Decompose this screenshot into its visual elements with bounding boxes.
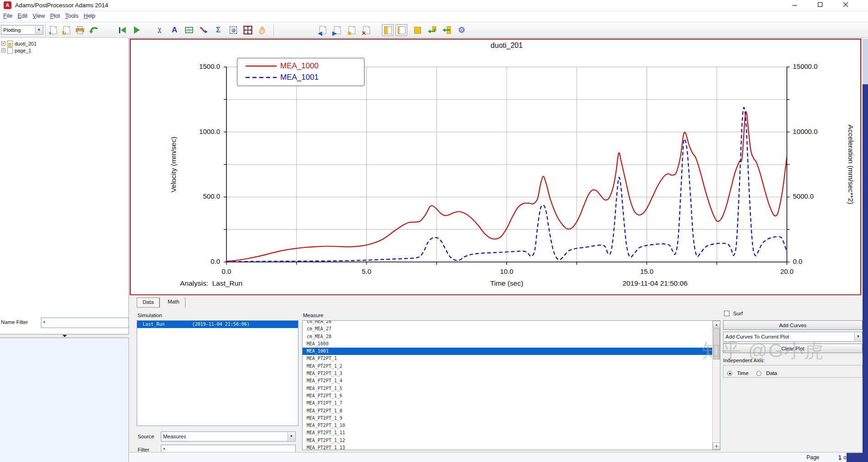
measure-scrollbar[interactable]: ▲ ▼ xyxy=(712,321,720,450)
legend-line-solid xyxy=(246,65,277,67)
measure-list-item[interactable]: MEA_PT2PT_1_2 xyxy=(303,363,713,370)
status-bar: Page 1 of 1 xyxy=(129,452,868,462)
maximize-button[interactable] xyxy=(816,2,824,9)
chevron-down-icon[interactable]: ▼ xyxy=(35,26,42,34)
print-icon xyxy=(76,26,84,34)
tree-item-label: duoti_201 xyxy=(15,41,36,46)
delete-page-button[interactable]: ✕ xyxy=(360,24,372,36)
tree-item-page-1[interactable]: + page_1 xyxy=(1,47,31,54)
tree-item-duoti-201[interactable]: + duoti_201 xyxy=(1,40,36,47)
x-tick-label: 10.0 xyxy=(500,267,513,275)
menu-view[interactable]: View xyxy=(33,13,45,19)
layout-full-button[interactable] xyxy=(395,24,407,36)
right-edge-scrollbar[interactable] xyxy=(863,84,868,462)
time-radio[interactable]: Time xyxy=(727,369,749,377)
plot-mode-select[interactable]: Add Curves To Current Plot ▼ xyxy=(723,332,863,342)
surf-checkbox[interactable] xyxy=(724,311,729,316)
mode-select[interactable]: Plotting ▼ xyxy=(1,25,43,35)
layout-left-button[interactable] xyxy=(382,24,394,36)
tab-math[interactable]: Math xyxy=(162,298,185,308)
measure-list-item[interactable]: MEA_1001 xyxy=(303,348,713,355)
independent-axis-label: Independent Axis: xyxy=(723,358,765,363)
add-curves-button[interactable]: Add Curves xyxy=(723,320,863,330)
scroll-down-icon[interactable]: ▼ xyxy=(713,442,720,450)
layout-single-button[interactable] xyxy=(411,24,423,36)
clear-plot-button[interactable]: Clear Plot xyxy=(723,344,863,353)
title-bar: A Adams/PostProcessor Adams 2014 xyxy=(0,0,868,11)
reload-button[interactable]: ↻ xyxy=(61,24,72,36)
axis-limits-button[interactable] xyxy=(183,24,195,36)
expand-icon[interactable]: + xyxy=(1,48,5,52)
menu-plot[interactable]: Plot xyxy=(50,13,60,19)
zoom-area-button[interactable] xyxy=(227,24,239,36)
text-annotation-button[interactable]: A xyxy=(169,24,180,36)
scroll-up-icon[interactable]: ▲ xyxy=(713,321,720,328)
measure-list-item[interactable]: MEA_PT2PT_1_5 xyxy=(303,385,713,392)
measure-list-item[interactable]: MEA_PT2PT_1_11 xyxy=(303,429,713,436)
radio-icon xyxy=(756,371,761,376)
scrollbar-thumb[interactable] xyxy=(713,329,720,359)
name-filter-input[interactable] xyxy=(41,318,129,328)
plot-document-icon xyxy=(7,41,13,47)
measure-list-item[interactable]: MEA_PT2PT_1_13 xyxy=(303,444,713,450)
menu-file[interactable]: File xyxy=(3,13,12,19)
dynamic-view-button[interactable] xyxy=(242,24,254,36)
play-button[interactable] xyxy=(131,24,143,36)
measure-list-item[interactable]: cm_MEA_26 xyxy=(303,320,713,325)
panel-splitter[interactable] xyxy=(0,334,129,338)
settings-button[interactable]: ⚙ xyxy=(456,24,467,36)
simulation-list[interactable]: Last_Run (2019-11-04 21:50:06) xyxy=(137,320,298,426)
next-page-button[interactable]: ▶ xyxy=(331,24,343,36)
source-select[interactable]: Measures ▼ xyxy=(161,431,296,441)
measure-list[interactable]: cm_MEA_26cm_MEA_27cm_MEA_28MEA_1000MEA_1… xyxy=(302,320,720,450)
data-panel: Data Math Simulation Last_Run (2019-11-0… xyxy=(129,295,868,452)
legend-label: MEA_1001 xyxy=(280,73,318,82)
layout-full-icon xyxy=(398,26,406,34)
swap-layout-button[interactable] xyxy=(426,24,438,36)
return-layout-button[interactable] xyxy=(441,24,452,36)
new-plot-button[interactable]: + xyxy=(47,24,59,36)
new-plot-icon: + xyxy=(50,26,57,34)
tree-item-label: page_1 xyxy=(15,48,31,53)
measure-list-item[interactable]: cm_MEA_28 xyxy=(303,333,713,340)
expand-icon[interactable]: + xyxy=(1,41,5,46)
measure-list-item[interactable]: MEA_PT2PT_1_12 xyxy=(303,437,713,444)
measure-list-item[interactable]: MEA_PT2PT_1_6 xyxy=(303,392,713,400)
tab-data[interactable]: Data xyxy=(137,298,160,308)
measure-list-item[interactable]: MEA_PT2PT_1 xyxy=(303,355,713,362)
chevron-down-icon[interactable]: ▼ xyxy=(288,432,295,441)
reload-icon: ↻ xyxy=(63,26,70,34)
measure-list-item[interactable]: MEA_1000 xyxy=(303,340,713,348)
left-tick-label: 1000.0 xyxy=(176,128,220,135)
plot-canvas[interactable]: duoti_201 MEA_1000 MEA_1001 Velocity (mm… xyxy=(130,39,861,295)
menu-tools[interactable]: Tools xyxy=(65,13,78,19)
x-tick-label: 20.0 xyxy=(780,267,793,275)
pan-button[interactable] xyxy=(256,24,268,36)
new-page-button[interactable]: ★ xyxy=(346,24,358,36)
simulation-row[interactable]: Last_Run (2019-11-04 21:50:06) xyxy=(137,321,298,328)
prev-page-button[interactable]: ◀ xyxy=(317,24,329,36)
curve-pick-button[interactable] xyxy=(198,24,210,36)
measure-list-item[interactable]: MEA_PT2PT_1_7 xyxy=(303,400,713,407)
close-button[interactable] xyxy=(842,2,850,9)
minimize-button[interactable] xyxy=(791,2,799,9)
menu-help[interactable]: Help xyxy=(84,13,96,19)
undo-button[interactable] xyxy=(88,24,100,36)
total-value: 1 xyxy=(838,455,842,461)
measure-list-item[interactable]: MEA_PT2PT_1_9 xyxy=(303,415,713,422)
chevron-down-icon[interactable]: ▼ xyxy=(854,333,862,341)
x-tick-label: 15.0 xyxy=(640,267,653,275)
menu-edit[interactable]: Edit xyxy=(18,13,28,19)
print-button[interactable] xyxy=(74,24,86,36)
measure-list-item[interactable]: cm_MEA_27 xyxy=(303,325,713,333)
data-radio[interactable]: Data xyxy=(756,369,777,377)
measure-list-item[interactable]: MEA_PT2PT_1_3 xyxy=(303,370,713,377)
window-title: Adams/PostProcessor Adams 2014 xyxy=(15,2,108,9)
measure-list-item[interactable]: MEA_PT2PT_1_4 xyxy=(303,377,713,385)
curve-scissors-button[interactable]: ✂ xyxy=(154,24,166,36)
measure-list-item[interactable]: MEA_PT2PT_1_10 xyxy=(303,422,713,429)
measure-list-item[interactable]: MEA_PT2PT_1_8 xyxy=(303,407,713,415)
statistics-button[interactable]: Σ xyxy=(212,24,224,36)
animation-start-button[interactable] xyxy=(116,24,128,36)
right-tick-label: 5000.0 xyxy=(793,192,843,200)
